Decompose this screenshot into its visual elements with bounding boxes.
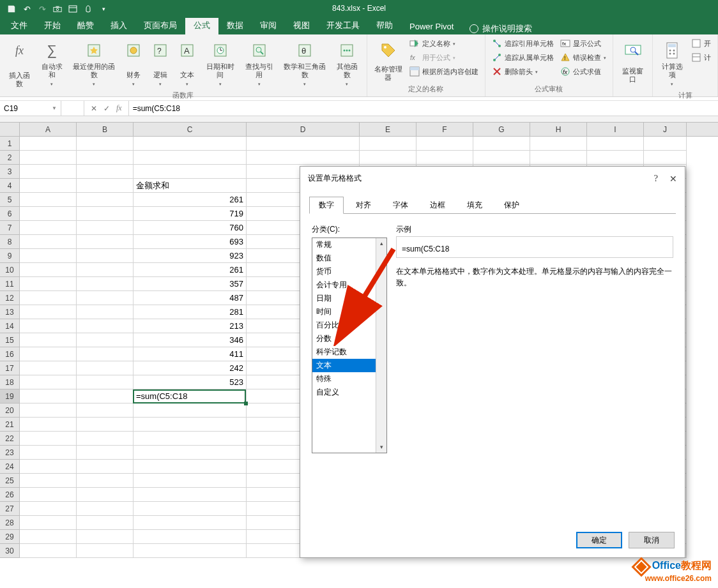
row-header[interactable]: 2: [0, 151, 20, 165]
cell[interactable]: [644, 137, 687, 151]
cell[interactable]: [360, 137, 416, 151]
cell[interactable]: [360, 151, 416, 165]
cell[interactable]: 242: [134, 361, 247, 375]
cell[interactable]: [20, 446, 77, 460]
column-header[interactable]: F: [416, 123, 473, 136]
cell[interactable]: [20, 291, 77, 305]
row-header[interactable]: 11: [0, 277, 20, 291]
create-from-selection-button[interactable]: 根据所选内容创建: [407, 65, 481, 78]
row-header[interactable]: 1: [0, 137, 20, 151]
cell[interactable]: [416, 151, 473, 165]
cell[interactable]: [20, 263, 77, 277]
redo-icon[interactable]: ↷: [37, 4, 47, 14]
calc-now-button[interactable]: 开: [689, 37, 714, 50]
calc-sheet-button[interactable]: 计: [689, 51, 714, 64]
cell[interactable]: [20, 389, 77, 403]
row-header[interactable]: 21: [0, 418, 20, 432]
column-header[interactable]: A: [20, 123, 77, 136]
cell[interactable]: 281: [134, 305, 247, 319]
cell[interactable]: 487: [134, 291, 247, 305]
cell[interactable]: [77, 418, 134, 432]
row-header[interactable]: 25: [0, 474, 20, 488]
cell[interactable]: [77, 207, 134, 221]
row-header[interactable]: 30: [0, 544, 20, 558]
cell[interactable]: [77, 165, 134, 179]
row-header[interactable]: 27: [0, 502, 20, 516]
financial-button[interactable]: 财务▾: [121, 37, 146, 89]
cell[interactable]: [77, 137, 134, 151]
cell[interactable]: [587, 151, 644, 165]
cell[interactable]: [77, 333, 134, 347]
cell[interactable]: [20, 333, 77, 347]
cell[interactable]: [77, 432, 134, 446]
evaluate-formula-button[interactable]: fx公式求值: [558, 65, 609, 78]
dialog-titlebar[interactable]: 设置单元格格式 ? ✕: [300, 167, 685, 197]
customize-qat-icon[interactable]: ▾: [98, 4, 109, 14]
scrollbar[interactable]: ▴ ▾: [376, 238, 386, 453]
tab-data[interactable]: 数据: [218, 17, 252, 34]
cell[interactable]: [77, 474, 134, 488]
cell[interactable]: [134, 446, 247, 460]
cell[interactable]: [20, 516, 77, 530]
use-in-formula-button[interactable]: fx用于公式 ▾: [407, 51, 481, 64]
column-header[interactable]: E: [360, 123, 416, 136]
cell[interactable]: [20, 502, 77, 516]
calc-options-button[interactable]: 计算选项▾: [657, 37, 687, 89]
cell[interactable]: [20, 249, 77, 263]
cell[interactable]: 213: [134, 319, 247, 333]
cell[interactable]: [77, 375, 134, 389]
row-header[interactable]: 8: [0, 235, 20, 249]
cell[interactable]: 923: [134, 249, 247, 263]
cell[interactable]: [20, 277, 77, 291]
cell[interactable]: [134, 544, 247, 558]
cell[interactable]: [77, 277, 134, 291]
chevron-down-icon[interactable]: ▼: [52, 105, 57, 111]
cell[interactable]: [134, 418, 247, 432]
cell[interactable]: [20, 361, 77, 375]
cell[interactable]: [77, 263, 134, 277]
cell[interactable]: [20, 544, 77, 558]
cell[interactable]: [77, 249, 134, 263]
select-all-corner[interactable]: [0, 123, 20, 136]
cell[interactable]: [77, 446, 134, 460]
logical-button[interactable]: ? 逻辑▾: [148, 37, 173, 89]
column-header[interactable]: D: [247, 123, 360, 136]
show-formulas-button[interactable]: fx显示公式: [558, 37, 609, 50]
cell[interactable]: [20, 460, 77, 474]
row-header[interactable]: 9: [0, 249, 20, 263]
row-header[interactable]: 6: [0, 207, 20, 221]
row-header[interactable]: 26: [0, 488, 20, 502]
text-button[interactable]: A 文本▾: [174, 37, 200, 89]
row-header[interactable]: 13: [0, 305, 20, 319]
close-icon[interactable]: ✕: [669, 174, 677, 184]
cell[interactable]: [134, 460, 247, 474]
cell[interactable]: [77, 221, 134, 235]
row-header[interactable]: 3: [0, 165, 20, 179]
scroll-down-icon[interactable]: ▾: [376, 442, 386, 453]
autosum-button[interactable]: ∑ 自动求和▾: [36, 37, 68, 89]
row-header[interactable]: 12: [0, 291, 20, 305]
cell[interactable]: [20, 403, 77, 418]
tell-me-search[interactable]: 操作说明搜索: [470, 23, 532, 34]
formula-input[interactable]: =sum(C5:C18: [129, 101, 718, 116]
cell[interactable]: 357: [134, 277, 247, 291]
column-header[interactable]: I: [587, 123, 644, 136]
undo-icon[interactable]: ↶: [22, 4, 32, 14]
row-header[interactable]: 17: [0, 361, 20, 375]
cell[interactable]: [77, 291, 134, 305]
dialog-tab-number[interactable]: 数字: [309, 197, 344, 214]
cell[interactable]: [134, 151, 247, 165]
cell[interactable]: [473, 137, 530, 151]
row-header[interactable]: 5: [0, 193, 20, 207]
form-icon[interactable]: [68, 4, 78, 14]
cell[interactable]: [587, 137, 644, 151]
cell[interactable]: [134, 403, 247, 418]
cell[interactable]: 693: [134, 235, 247, 249]
cell[interactable]: [134, 530, 247, 544]
column-header[interactable]: B: [77, 123, 134, 136]
cancel-formula-icon[interactable]: ✕: [91, 104, 97, 113]
name-box[interactable]: C19 ▼: [0, 101, 61, 116]
tab-view[interactable]: 视图: [285, 17, 318, 34]
scroll-up-icon[interactable]: ▴: [376, 238, 386, 249]
cell[interactable]: [20, 165, 77, 179]
